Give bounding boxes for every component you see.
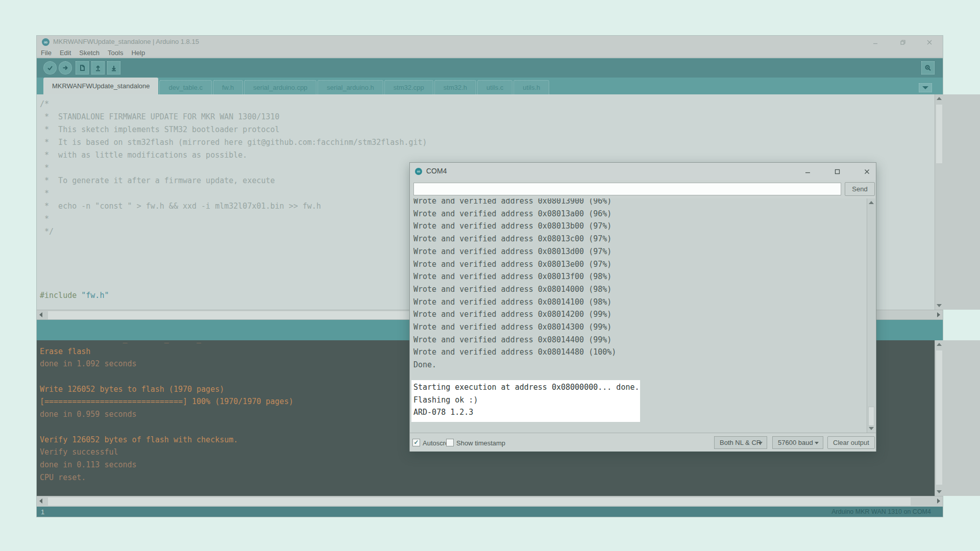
chevron-down-icon [922,86,928,89]
tab-mkrwanfwupdate-standalone[interactable]: MKRWANFWUpdate_standalone [43,78,158,94]
menu-help[interactable]: Help [131,49,145,57]
verify-icon [46,64,54,71]
serial-output-scrollbar[interactable] [867,198,875,433]
clear-output-button[interactable]: Clear output [827,436,875,449]
scroll-up-icon[interactable] [937,97,942,100]
console-horizontal-scrollbar[interactable] [37,496,943,507]
console-text: _ _ _ Erase flash done in 1.092 seconds … [40,340,293,484]
tab-list-button[interactable] [919,83,932,92]
chevron-down-icon [758,442,763,444]
tab-dev-table-c[interactable]: dev_table.c [159,80,212,94]
code-include-block: #include "fw.h" #include "stm32.h" #incl… [40,264,164,310]
console-line: Erase flash [40,345,293,358]
scrollbar-thumb[interactable] [48,497,911,506]
serial-monitor-window: ∞ COM4 Send Wrote and verified address 0… [409,162,876,452]
line-ending-dropdown[interactable]: Both NL & CR [714,436,767,449]
scroll-down-icon[interactable] [869,427,874,430]
menu-file[interactable]: File [41,49,52,57]
console-line: done in 0.959 seconds [40,408,293,421]
save-button[interactable] [107,61,120,74]
show-timestamp-checkbox[interactable] [446,439,454,446]
status-line-number: 1 [41,508,44,516]
tabbar: MKRWANFWUpdate_standalone dev_table.c fw… [37,78,943,94]
console-clipped-line: _ _ _ [40,340,293,345]
status-board-port: Arduino MKR WAN 1310 on COM4 [831,508,931,515]
serial-monitor-button[interactable] [921,61,935,74]
new-sketch-icon [79,64,86,71]
serial-monitor-controls: ✓ Autoscroll Show timestamp Both NL & CR… [410,433,876,452]
serial-monitor-titlebar[interactable]: ∞ COM4 [410,163,876,180]
scrollbar-thumb[interactable] [868,407,874,426]
autoscroll-checkbox[interactable]: ✓ [412,439,420,446]
menu-tools[interactable]: Tools [108,49,123,57]
open-icon [94,64,102,71]
scrollbar-thumb[interactable] [936,350,942,485]
console-line [40,421,293,434]
code-comment-block: /* * STANDALONE FIRMWARE UPDATE FOR MKR … [40,98,427,238]
console-line: Verify successful [40,446,293,459]
scrollbar-thumb[interactable] [936,105,942,163]
statusbar: 1 Arduino MKR WAN 1310 on COM4 [37,507,943,517]
console-line: Verify 126052 bytes of flash with checks… [40,434,293,446]
minimize-button[interactable] [870,38,880,46]
tab-stm32-cpp[interactable]: stm32.cpp [384,80,433,94]
scroll-right-icon[interactable] [937,498,940,504]
arduino-logo-icon: ∞ [415,168,422,175]
tab-serial-arduino-cpp[interactable]: serial_arduino.cpp [244,80,316,94]
window-title: MKRWANFWUpdate_standalone | Arduino 1.8.… [53,38,199,45]
serial-output-text: Wrote and verified address 0x08013900 (9… [413,198,616,371]
minimize-button[interactable] [802,167,813,176]
tab-fw-h[interactable]: fw.h [213,80,243,94]
scroll-left-icon[interactable] [39,312,42,317]
tab-stm32-h[interactable]: stm32.h [434,80,476,94]
restore-button[interactable] [898,38,908,46]
scroll-down-icon[interactable] [937,490,942,493]
show-timestamp-label: Show timestamp [456,439,505,447]
ide-titlebar[interactable]: ∞ MKRWANFWUpdate_standalone | Arduino 1.… [37,36,943,48]
scroll-up-icon[interactable] [937,343,942,346]
close-button[interactable] [861,167,872,176]
arduino-logo-icon: ∞ [42,38,50,46]
scroll-up-icon[interactable] [869,201,874,204]
checkmark-icon: ✓ [413,439,419,446]
editor-vertical-scrollbar[interactable] [935,94,980,310]
new-sketch-button[interactable] [76,61,89,74]
console-line [40,370,293,383]
scroll-left-icon[interactable] [39,498,42,504]
scrollbar-thumb[interactable] [48,311,451,319]
send-button[interactable]: Send [845,182,875,196]
console-vertical-scrollbar[interactable] [935,340,980,496]
upload-button[interactable] [59,61,72,74]
desktop-background: ∞ MKRWANFWUpdate_standalone | Arduino 1.… [0,0,980,551]
console-line: done in 0.113 seconds [40,459,293,471]
serial-monitor-icon [924,64,932,71]
chevron-down-icon [815,442,819,444]
serial-output-highlighted-text: Starting execution at address 0x08000000… [411,380,640,419]
tab-utils-h[interactable]: utils.h [513,80,549,94]
serial-monitor-title: COM4 [426,167,447,175]
tab-utils-c[interactable]: utils.c [477,80,512,94]
serial-send-input[interactable] [413,183,841,195]
verify-button[interactable] [43,61,57,74]
console-line: done in 1.092 seconds [40,358,293,370]
console-line: [==============================] 100% (1… [40,395,293,408]
toolbar [37,58,943,78]
save-icon [110,64,117,71]
close-button[interactable] [924,38,935,46]
tab-serial-arduino-h[interactable]: serial_arduino.h [317,80,383,94]
serial-output-area[interactable]: Wrote and verified address 0x08013900 (9… [411,198,875,433]
scroll-down-icon[interactable] [937,304,942,307]
open-button[interactable] [91,61,105,74]
maximize-button[interactable] [831,167,843,176]
menu-sketch[interactable]: Sketch [79,49,100,57]
scroll-right-icon[interactable] [937,312,940,317]
baud-rate-dropdown[interactable]: 57600 baud [772,436,823,449]
menubar: File Edit Sketch Tools Help [37,48,943,58]
upload-icon [62,64,69,71]
console-line: CPU reset. [40,471,293,484]
serial-output-selection: Starting execution at address 0x08000000… [411,380,640,422]
menu-edit[interactable]: Edit [60,49,71,57]
console-line: Write 126052 bytes to flash (1970 pages) [40,383,293,396]
code-line-include-fw: #include "fw.h" [40,289,164,302]
